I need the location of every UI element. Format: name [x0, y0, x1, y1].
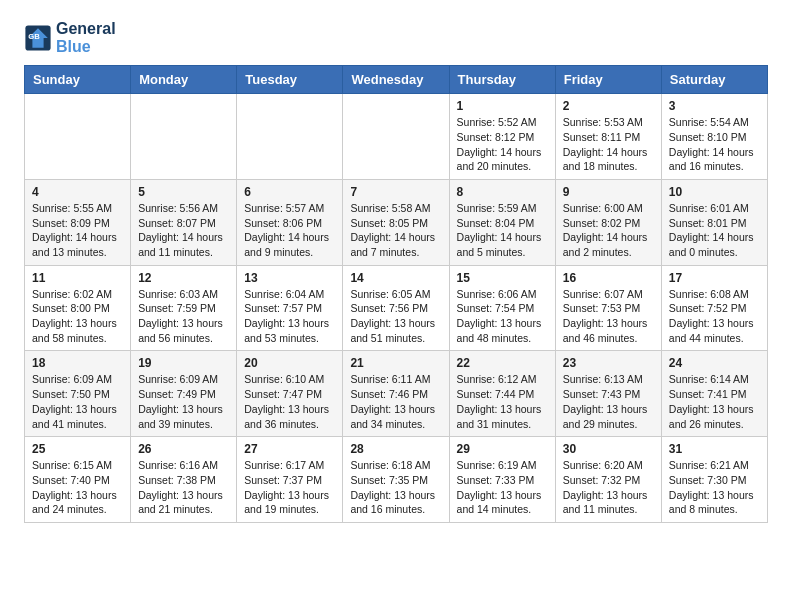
calendar-week-row: 1Sunrise: 5:52 AMSunset: 8:12 PMDaylight…	[25, 94, 768, 180]
calendar-cell	[237, 94, 343, 180]
day-info: Sunrise: 6:10 AMSunset: 7:47 PMDaylight:…	[244, 372, 335, 431]
day-info: Sunrise: 6:07 AMSunset: 7:53 PMDaylight:…	[563, 287, 654, 346]
calendar-cell: 16Sunrise: 6:07 AMSunset: 7:53 PMDayligh…	[555, 265, 661, 351]
day-number: 28	[350, 442, 441, 456]
day-info: Sunrise: 5:52 AMSunset: 8:12 PMDaylight:…	[457, 115, 548, 174]
calendar-cell: 14Sunrise: 6:05 AMSunset: 7:56 PMDayligh…	[343, 265, 449, 351]
day-number: 19	[138, 356, 229, 370]
calendar-week-row: 25Sunrise: 6:15 AMSunset: 7:40 PMDayligh…	[25, 437, 768, 523]
day-info: Sunrise: 5:56 AMSunset: 8:07 PMDaylight:…	[138, 201, 229, 260]
logo-text-line2: Blue	[56, 38, 116, 56]
day-info: Sunrise: 6:14 AMSunset: 7:41 PMDaylight:…	[669, 372, 760, 431]
logo-area: GB General Blue	[24, 20, 116, 55]
logo-icon: GB	[24, 24, 52, 52]
calendar-cell: 21Sunrise: 6:11 AMSunset: 7:46 PMDayligh…	[343, 351, 449, 437]
day-number: 7	[350, 185, 441, 199]
day-number: 8	[457, 185, 548, 199]
day-number: 20	[244, 356, 335, 370]
day-number: 13	[244, 271, 335, 285]
day-number: 29	[457, 442, 548, 456]
day-info: Sunrise: 6:21 AMSunset: 7:30 PMDaylight:…	[669, 458, 760, 517]
day-number: 15	[457, 271, 548, 285]
day-info: Sunrise: 6:03 AMSunset: 7:59 PMDaylight:…	[138, 287, 229, 346]
day-number: 9	[563, 185, 654, 199]
weekday-header-friday: Friday	[555, 66, 661, 94]
calendar-cell	[131, 94, 237, 180]
day-number: 4	[32, 185, 123, 199]
calendar-cell: 29Sunrise: 6:19 AMSunset: 7:33 PMDayligh…	[449, 437, 555, 523]
page-header: GB General Blue	[24, 20, 768, 55]
day-number: 6	[244, 185, 335, 199]
day-number: 23	[563, 356, 654, 370]
day-info: Sunrise: 6:04 AMSunset: 7:57 PMDaylight:…	[244, 287, 335, 346]
day-number: 24	[669, 356, 760, 370]
day-info: Sunrise: 6:16 AMSunset: 7:38 PMDaylight:…	[138, 458, 229, 517]
day-info: Sunrise: 5:59 AMSunset: 8:04 PMDaylight:…	[457, 201, 548, 260]
day-info: Sunrise: 6:12 AMSunset: 7:44 PMDaylight:…	[457, 372, 548, 431]
calendar-week-row: 4Sunrise: 5:55 AMSunset: 8:09 PMDaylight…	[25, 179, 768, 265]
day-info: Sunrise: 6:05 AMSunset: 7:56 PMDaylight:…	[350, 287, 441, 346]
calendar-cell: 9Sunrise: 6:00 AMSunset: 8:02 PMDaylight…	[555, 179, 661, 265]
weekday-header-saturday: Saturday	[661, 66, 767, 94]
calendar-cell: 31Sunrise: 6:21 AMSunset: 7:30 PMDayligh…	[661, 437, 767, 523]
day-number: 1	[457, 99, 548, 113]
day-info: Sunrise: 5:58 AMSunset: 8:05 PMDaylight:…	[350, 201, 441, 260]
calendar-cell: 28Sunrise: 6:18 AMSunset: 7:35 PMDayligh…	[343, 437, 449, 523]
calendar-week-row: 11Sunrise: 6:02 AMSunset: 8:00 PMDayligh…	[25, 265, 768, 351]
calendar-cell: 2Sunrise: 5:53 AMSunset: 8:11 PMDaylight…	[555, 94, 661, 180]
weekday-header-row: SundayMondayTuesdayWednesdayThursdayFrid…	[25, 66, 768, 94]
calendar-cell: 30Sunrise: 6:20 AMSunset: 7:32 PMDayligh…	[555, 437, 661, 523]
day-info: Sunrise: 6:02 AMSunset: 8:00 PMDaylight:…	[32, 287, 123, 346]
day-info: Sunrise: 6:19 AMSunset: 7:33 PMDaylight:…	[457, 458, 548, 517]
day-number: 21	[350, 356, 441, 370]
calendar-cell: 22Sunrise: 6:12 AMSunset: 7:44 PMDayligh…	[449, 351, 555, 437]
day-number: 17	[669, 271, 760, 285]
calendar-cell: 3Sunrise: 5:54 AMSunset: 8:10 PMDaylight…	[661, 94, 767, 180]
calendar-cell: 6Sunrise: 5:57 AMSunset: 8:06 PMDaylight…	[237, 179, 343, 265]
calendar-cell: 12Sunrise: 6:03 AMSunset: 7:59 PMDayligh…	[131, 265, 237, 351]
calendar-cell: 26Sunrise: 6:16 AMSunset: 7:38 PMDayligh…	[131, 437, 237, 523]
calendar-cell: 7Sunrise: 5:58 AMSunset: 8:05 PMDaylight…	[343, 179, 449, 265]
calendar-cell: 17Sunrise: 6:08 AMSunset: 7:52 PMDayligh…	[661, 265, 767, 351]
calendar-cell: 19Sunrise: 6:09 AMSunset: 7:49 PMDayligh…	[131, 351, 237, 437]
weekday-header-thursday: Thursday	[449, 66, 555, 94]
day-number: 11	[32, 271, 123, 285]
weekday-header-tuesday: Tuesday	[237, 66, 343, 94]
calendar-cell: 5Sunrise: 5:56 AMSunset: 8:07 PMDaylight…	[131, 179, 237, 265]
weekday-header-monday: Monday	[131, 66, 237, 94]
calendar-cell: 4Sunrise: 5:55 AMSunset: 8:09 PMDaylight…	[25, 179, 131, 265]
weekday-header-wednesday: Wednesday	[343, 66, 449, 94]
day-number: 5	[138, 185, 229, 199]
day-info: Sunrise: 6:18 AMSunset: 7:35 PMDaylight:…	[350, 458, 441, 517]
day-number: 26	[138, 442, 229, 456]
day-number: 10	[669, 185, 760, 199]
day-info: Sunrise: 6:15 AMSunset: 7:40 PMDaylight:…	[32, 458, 123, 517]
day-number: 18	[32, 356, 123, 370]
day-info: Sunrise: 5:53 AMSunset: 8:11 PMDaylight:…	[563, 115, 654, 174]
calendar-cell	[343, 94, 449, 180]
calendar-cell: 8Sunrise: 5:59 AMSunset: 8:04 PMDaylight…	[449, 179, 555, 265]
day-info: Sunrise: 6:09 AMSunset: 7:49 PMDaylight:…	[138, 372, 229, 431]
calendar-cell: 25Sunrise: 6:15 AMSunset: 7:40 PMDayligh…	[25, 437, 131, 523]
calendar-cell: 24Sunrise: 6:14 AMSunset: 7:41 PMDayligh…	[661, 351, 767, 437]
day-info: Sunrise: 6:01 AMSunset: 8:01 PMDaylight:…	[669, 201, 760, 260]
day-number: 3	[669, 99, 760, 113]
day-number: 22	[457, 356, 548, 370]
day-number: 2	[563, 99, 654, 113]
day-number: 25	[32, 442, 123, 456]
calendar-week-row: 18Sunrise: 6:09 AMSunset: 7:50 PMDayligh…	[25, 351, 768, 437]
day-info: Sunrise: 6:09 AMSunset: 7:50 PMDaylight:…	[32, 372, 123, 431]
weekday-header-sunday: Sunday	[25, 66, 131, 94]
day-info: Sunrise: 5:55 AMSunset: 8:09 PMDaylight:…	[32, 201, 123, 260]
day-info: Sunrise: 6:20 AMSunset: 7:32 PMDaylight:…	[563, 458, 654, 517]
calendar-cell: 27Sunrise: 6:17 AMSunset: 7:37 PMDayligh…	[237, 437, 343, 523]
day-info: Sunrise: 6:08 AMSunset: 7:52 PMDaylight:…	[669, 287, 760, 346]
day-number: 27	[244, 442, 335, 456]
day-number: 14	[350, 271, 441, 285]
calendar-cell: 20Sunrise: 6:10 AMSunset: 7:47 PMDayligh…	[237, 351, 343, 437]
day-info: Sunrise: 6:06 AMSunset: 7:54 PMDaylight:…	[457, 287, 548, 346]
calendar-table: SundayMondayTuesdayWednesdayThursdayFrid…	[24, 65, 768, 523]
day-number: 31	[669, 442, 760, 456]
calendar-cell: 23Sunrise: 6:13 AMSunset: 7:43 PMDayligh…	[555, 351, 661, 437]
day-info: Sunrise: 6:13 AMSunset: 7:43 PMDaylight:…	[563, 372, 654, 431]
